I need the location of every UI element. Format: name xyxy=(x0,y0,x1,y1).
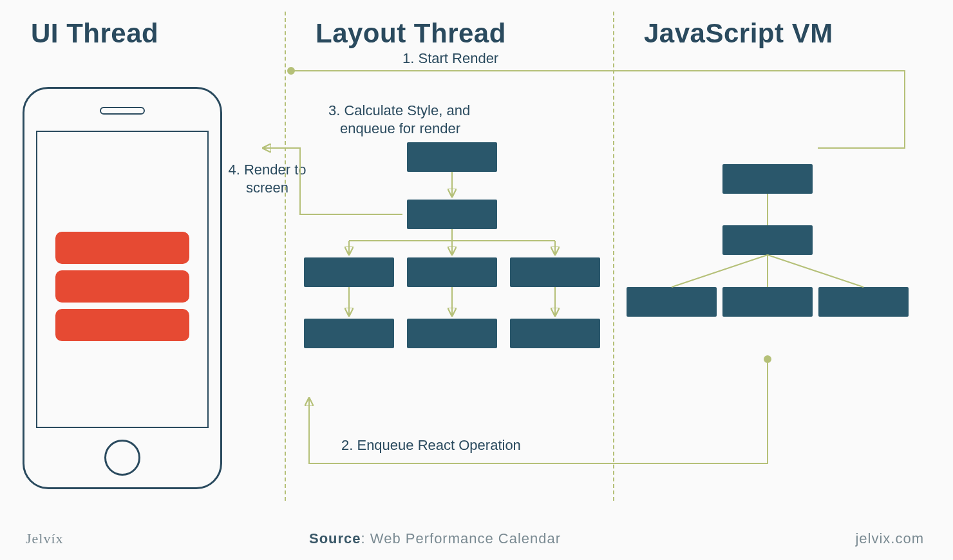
step-calc-style-line2: enqueue for render xyxy=(328,120,460,136)
divider-line xyxy=(285,12,286,501)
step-render-to-screen: 4. Render to screen xyxy=(222,161,312,196)
list-item-bar xyxy=(55,270,189,303)
site-link: jelvix.com xyxy=(855,530,924,547)
step-calc-style: 3. Calculate Style, and enqueue for rend… xyxy=(328,102,470,137)
phone-home-button xyxy=(104,440,140,476)
step-calc-style-line1: 3. Calculate Style, and xyxy=(328,102,470,118)
source-credit: Source: Web Performance Calendar xyxy=(309,530,561,547)
phone-mock xyxy=(23,87,222,489)
jsvm-node xyxy=(818,287,909,317)
divider-line xyxy=(613,12,614,501)
layout-node xyxy=(510,319,600,348)
layout-node xyxy=(407,319,497,348)
list-item-bar xyxy=(55,309,189,341)
svg-point-1 xyxy=(764,356,771,362)
phone-speaker xyxy=(100,107,145,115)
column-title-jsvm: JavaScript VM xyxy=(644,18,833,49)
list-item-bar xyxy=(55,232,189,264)
layout-node xyxy=(304,257,394,287)
column-title-layout: Layout Thread xyxy=(316,18,506,49)
jsvm-node xyxy=(627,287,717,317)
phone-screen xyxy=(36,131,209,428)
layout-node xyxy=(407,200,497,229)
step-start-render: 1. Start Render xyxy=(402,50,498,68)
diagram-canvas: UI Thread Layout Thread JavaScript VM 1.… xyxy=(0,0,953,560)
source-value: Web Performance Calendar xyxy=(370,530,561,546)
source-label: Source xyxy=(309,530,361,546)
layout-node xyxy=(304,319,394,348)
svg-point-0 xyxy=(288,68,294,74)
layout-node xyxy=(407,257,497,287)
step-render-line2: screen xyxy=(246,180,288,196)
jsvm-node xyxy=(722,225,813,255)
column-title-ui: UI Thread xyxy=(31,18,158,49)
layout-node xyxy=(510,257,600,287)
layout-node xyxy=(407,142,497,172)
step-enqueue-react: 2. Enqueue React Operation xyxy=(341,436,521,454)
jsvm-node xyxy=(722,287,813,317)
jsvm-node xyxy=(722,164,813,194)
brand-logo: Jelvíx xyxy=(26,530,64,547)
step-render-line1: 4. Render to xyxy=(228,162,306,178)
